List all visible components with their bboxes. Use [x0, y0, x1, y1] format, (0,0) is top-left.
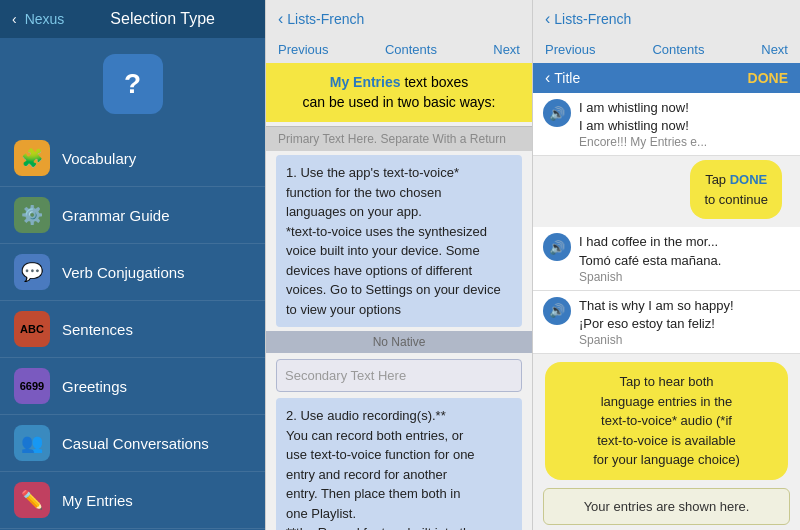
entry-2-line1: I had coffee in the mor...	[579, 233, 721, 251]
tab-next[interactable]: Next	[493, 42, 520, 57]
right-back-arrow[interactable]: ‹	[545, 10, 550, 28]
list-title: Title	[554, 70, 580, 86]
right-tab-previous[interactable]: Previous	[545, 42, 596, 57]
right-back-label[interactable]: Lists-French	[554, 11, 631, 27]
info-text-1: 1. Use the app's text-to-voice* function…	[286, 165, 501, 317]
casual-icon: 👥	[14, 425, 50, 461]
entry-text-1: I am whistling now! I am whistling now! …	[579, 99, 707, 149]
secondary-text-area[interactable]: Secondary Text Here	[276, 359, 522, 392]
entries-shown-box: Your entries are shown here.	[543, 488, 790, 525]
primary-separator: Primary Text Here. Separate With a Retur…	[266, 126, 532, 151]
nexus-back-arrow[interactable]: ‹	[12, 11, 17, 27]
sidebar-item-greetings[interactable]: 6699 Greetings	[0, 358, 265, 415]
entries-shown-text: Your entries are shown here.	[584, 499, 750, 514]
list-back-chevron[interactable]: ‹	[545, 69, 550, 87]
mid-back-arrow[interactable]: ‹	[278, 10, 283, 28]
sidebar-item-sentences[interactable]: ABC Sentences	[0, 301, 265, 358]
sidebar-item-entries[interactable]: ✏️ My Entries	[0, 472, 265, 529]
mid-header: ‹ Lists-French	[266, 0, 532, 38]
entries-icon: ✏️	[14, 482, 50, 518]
right-back-row: ‹ Lists-French	[545, 10, 631, 28]
entry-text-line2: I am whistling now!	[579, 117, 707, 135]
entries-label: My Entries	[62, 492, 133, 509]
left-header: ‹ Nexus Selection Type	[0, 0, 265, 38]
right-tab-next[interactable]: Next	[761, 42, 788, 57]
vocabulary-icon: 🧩	[14, 140, 50, 176]
tab-contents[interactable]: Contents	[385, 42, 437, 57]
list-item: 🔊 That is why I am so happy! ¡Por eso es…	[533, 291, 800, 354]
verb-icon: 💬	[14, 254, 50, 290]
entry-3-line1: That is why I am so happy!	[579, 297, 734, 315]
mid-content: My Entries text boxes can be used in two…	[266, 63, 532, 530]
speaker-button-3[interactable]: 🔊	[543, 297, 571, 325]
info-text-2: 2. Use audio recording(s).** You can rec…	[286, 408, 503, 530]
entry-line-2: 🔊 I had coffee in the mor... Tomó café e…	[543, 233, 790, 283]
tab-previous[interactable]: Previous	[278, 42, 329, 57]
entry-text-3: That is why I am so happy! ¡Por eso esto…	[579, 297, 734, 347]
list-title-row: ‹ Title	[545, 69, 580, 87]
sidebar-item-grammar[interactable]: ⚙️ Grammar Guide	[0, 187, 265, 244]
right-tab-row: Previous Contents Next	[533, 38, 800, 63]
verb-label: Verb Conjugations	[62, 264, 185, 281]
left-panel: ‹ Nexus Selection Type ? 🧩 Vocabulary ⚙️…	[0, 0, 265, 530]
entry-text-2: I had coffee in the mor... Tomó café est…	[579, 233, 721, 283]
info-box-2: 2. Use audio recording(s).** You can rec…	[276, 398, 522, 530]
right-panel: ‹ Lists-French Previous Contents Next ‹ …	[533, 0, 800, 530]
sidebar-item-casual[interactable]: 👥 Casual Conversations	[0, 415, 265, 472]
tap-done-callout-row: Tap DONEto continue	[533, 152, 800, 227]
grammar-icon: ⚙️	[14, 197, 50, 233]
tap-audio-callout: Tap to hear bothlanguage entries in thet…	[545, 362, 788, 480]
speaker-button-1[interactable]: 🔊	[543, 99, 571, 127]
my-entries-highlight: My Entries	[330, 74, 401, 90]
vocabulary-label: Vocabulary	[62, 150, 136, 167]
grammar-label: Grammar Guide	[62, 207, 170, 224]
mid-tab-row: Previous Contents Next	[266, 38, 532, 63]
entry-line-1: 🔊 I am whistling now! I am whistling now…	[543, 99, 790, 149]
done-highlight: DONE	[730, 172, 768, 187]
primary-placeholder-text: Primary Text Here. Separate With a Retur…	[278, 132, 506, 146]
sidebar-item-vocabulary[interactable]: 🧩 Vocabulary	[0, 130, 265, 187]
left-header-title: Selection Type	[110, 10, 215, 28]
speaker-button-2[interactable]: 🔊	[543, 233, 571, 261]
greetings-label: Greetings	[62, 378, 127, 395]
entry-line-3: 🔊 That is why I am so happy! ¡Por eso es…	[543, 297, 790, 347]
list-header: ‹ Title DONE	[533, 63, 800, 93]
nexus-back-label[interactable]: Nexus	[25, 11, 65, 27]
mid-back-row: ‹ Lists-French	[278, 10, 364, 28]
mid-panel: ‹ Lists-French Previous Contents Next My…	[265, 0, 533, 530]
tap-audio-text: Tap to hear bothlanguage entries in thet…	[593, 374, 740, 467]
entry-3-line2: ¡Por eso estoy tan feliz!	[579, 315, 734, 333]
my-entries-text2: text boxes	[401, 74, 469, 90]
my-entries-callout: My Entries text boxes can be used in two…	[266, 63, 532, 122]
tap-done-callout: Tap DONEto continue	[690, 160, 782, 219]
mid-back-label[interactable]: Lists-French	[287, 11, 364, 27]
sidebar-item-verb[interactable]: 💬 Verb Conjugations	[0, 244, 265, 301]
question-icon-box: ?	[103, 54, 163, 114]
right-header: ‹ Lists-French	[533, 0, 800, 38]
entry-text-line1: I am whistling now!	[579, 99, 707, 117]
right-tab-contents[interactable]: Contents	[652, 42, 704, 57]
secondary-placeholder: Secondary Text Here	[285, 368, 406, 383]
entry-2-sub: Spanish	[579, 270, 721, 284]
sentences-icon: ABC	[14, 311, 50, 347]
info-box-1: 1. Use the app's text-to-voice* function…	[276, 155, 522, 327]
sentences-label: Sentences	[62, 321, 133, 338]
my-entries-text3: can be used in two basic ways:	[303, 94, 496, 110]
entry-text-line3: Encore!!! My Entries e...	[579, 135, 707, 149]
greetings-icon: 6699	[14, 368, 50, 404]
list-item: 🔊 I had coffee in the mor... Tomó café e…	[533, 227, 800, 290]
casual-label: Casual Conversations	[62, 435, 209, 452]
entry-2-line2: Tomó café esta mañana.	[579, 252, 721, 270]
list-item: 🔊 I am whistling now! I am whistling now…	[533, 93, 800, 156]
right-content: 🔊 I am whistling now! I am whistling now…	[533, 93, 800, 530]
question-mark: ?	[124, 68, 141, 100]
no-native-label: No Native	[266, 331, 532, 353]
entry-3-sub: Spanish	[579, 333, 734, 347]
done-button[interactable]: DONE	[748, 70, 788, 86]
